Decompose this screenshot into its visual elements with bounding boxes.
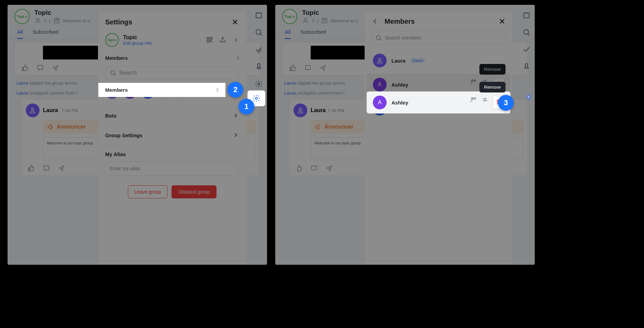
share-icon[interactable]	[320, 64, 326, 71]
member-avatar: A	[373, 102, 387, 116]
member-item-ashley[interactable]: A Ashley Remove	[367, 74, 510, 96]
share-icon[interactable]	[219, 36, 226, 43]
tab-subscribed[interactable]: Subscribed	[300, 29, 326, 39]
close-icon[interactable]	[498, 17, 506, 25]
disband-group-button[interactable]: Disband group	[171, 185, 216, 198]
trash-icon	[495, 80, 502, 87]
library-icon[interactable]	[522, 11, 531, 19]
tab-all[interactable]: All	[285, 29, 291, 39]
svg-rect-9	[207, 41, 209, 43]
group-subline: 3 | Welcome to o	[34, 17, 90, 24]
tab-all[interactable]: All	[17, 29, 23, 39]
share-icon[interactable]	[52, 64, 59, 71]
tab-subscribed[interactable]: Subscribed	[33, 29, 58, 39]
svg-point-6	[258, 83, 260, 85]
group-subline: 3| Welcome to o	[302, 17, 358, 24]
members-search[interactable]: Search members	[371, 31, 506, 45]
comment-icon[interactable]	[311, 165, 318, 172]
edit-group-link[interactable]: Edit group info	[123, 41, 152, 46]
chevron-right-icon	[232, 132, 239, 139]
like-icon[interactable]	[28, 165, 35, 172]
svg-rect-8	[210, 37, 212, 40]
members-search[interactable]: Search	[105, 66, 239, 79]
post-image	[311, 46, 366, 59]
svg-rect-4	[256, 13, 262, 18]
pin-icon[interactable]	[522, 63, 531, 71]
pin-icon[interactable]	[255, 63, 263, 71]
svg-rect-1	[38, 65, 43, 69]
member-item-alice[interactable]: A Alice	[367, 98, 510, 120]
alias-label: My Alias	[105, 151, 126, 157]
leave-group-button[interactable]: Leave group	[128, 185, 168, 198]
svg-rect-16	[312, 166, 317, 170]
remove-tooltip: Remove	[479, 64, 506, 75]
share-icon[interactable]	[326, 165, 333, 172]
author-name: Laura	[43, 107, 58, 113]
like-icon[interactable]	[296, 165, 302, 172]
comment-icon[interactable]	[43, 165, 50, 172]
svg-point-18	[524, 30, 529, 34]
gear-icon	[252, 94, 260, 102]
like-icon[interactable]	[289, 64, 296, 71]
transfer-role-icon[interactable]	[470, 78, 477, 85]
note-icon	[321, 17, 328, 24]
approve-icon[interactable]	[522, 45, 531, 54]
gear-icon-active[interactable]	[524, 93, 533, 102]
comment-icon[interactable]	[37, 64, 44, 71]
welcome-preview: Welcome to o	[63, 18, 90, 23]
megaphone-icon	[47, 123, 54, 130]
callout-badge-3: 3	[498, 95, 514, 111]
svg-point-22	[528, 96, 530, 98]
svg-point-2	[32, 108, 34, 110]
member-count: 3	[44, 18, 46, 23]
member-name: Alice	[391, 106, 404, 112]
search-icon[interactable]	[255, 28, 263, 36]
megaphone-icon	[315, 123, 322, 130]
right-icon-bar	[522, 11, 531, 71]
panel-group-name: Topic	[123, 34, 152, 41]
panel-group-avatar[interactable]: Topi c	[105, 33, 119, 47]
post-image	[43, 46, 98, 59]
announcement-label: Announcer	[57, 124, 86, 130]
members-row[interactable]: Members 3	[98, 51, 246, 65]
screenshot-left: Topi c Topic 3 | Welcome to o All Subscr…	[8, 5, 267, 265]
group-settings-row[interactable]: Group Settings	[98, 125, 246, 145]
back-icon[interactable]	[371, 17, 379, 25]
close-icon[interactable]	[231, 18, 239, 26]
owner-badge: Owner	[410, 58, 425, 63]
author-avatar[interactable]	[293, 103, 307, 117]
share-icon[interactable]	[58, 165, 65, 172]
post-time: 7:34 PM	[62, 108, 78, 113]
comment-icon[interactable]	[304, 64, 311, 71]
svg-point-10	[111, 70, 115, 75]
library-icon[interactable]	[255, 11, 263, 19]
remove-member-button[interactable]: Remove	[493, 78, 504, 91]
search-icon[interactable]	[522, 28, 531, 36]
right-icon-bar	[255, 11, 263, 88]
bots-row[interactable]: Bots	[98, 106, 246, 125]
person-icon	[297, 107, 304, 114]
search-icon	[110, 69, 116, 76]
chevron-right-icon[interactable]	[232, 36, 239, 43]
members-count: 3	[237, 55, 239, 61]
svg-rect-14	[306, 65, 311, 69]
group-avatar[interactable]: Topi c	[282, 9, 297, 24]
callout-badge-2: 2	[227, 82, 243, 98]
member-avatar: A	[373, 78, 387, 91]
search-icon	[375, 34, 382, 41]
swap-icon[interactable]	[481, 78, 488, 85]
author-avatar[interactable]	[26, 103, 40, 117]
svg-rect-3	[44, 166, 49, 170]
alias-input[interactable]: Enter my alias	[105, 161, 239, 176]
member-avatar	[373, 54, 387, 67]
members-panel: Members Search members Laura Owner A Ash…	[365, 12, 512, 265]
members-label: Members	[105, 55, 128, 61]
person-icon	[29, 107, 36, 114]
qr-icon[interactable]	[206, 36, 213, 43]
members-row-highlight[interactable]: Members 3	[98, 83, 225, 97]
svg-point-19	[376, 35, 380, 40]
settings-icon[interactable]	[255, 80, 263, 88]
group-avatar[interactable]: Topi c	[14, 9, 30, 24]
approve-icon[interactable]	[255, 45, 263, 54]
like-icon[interactable]	[22, 64, 29, 71]
